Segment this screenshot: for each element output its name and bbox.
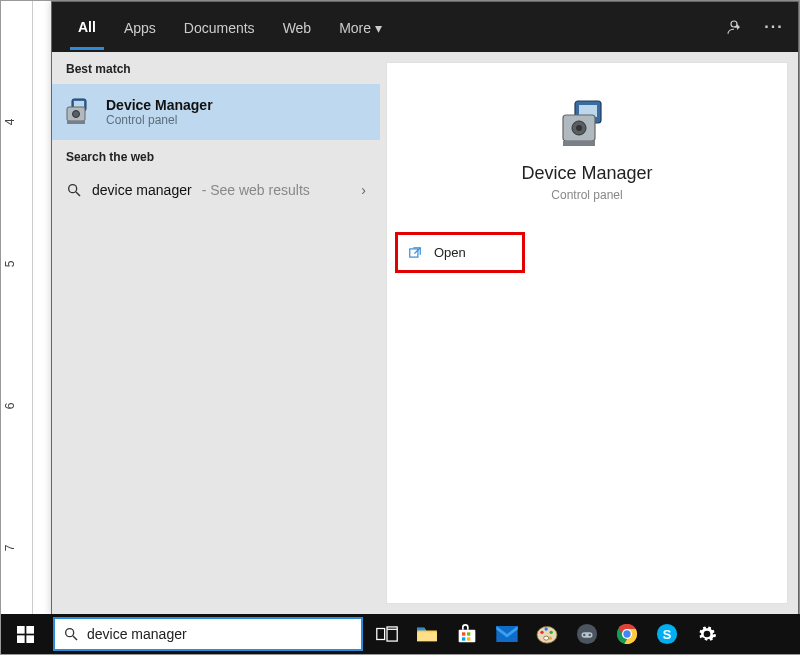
ruler-mark: 7 (3, 545, 17, 552)
svg-rect-15 (17, 626, 25, 634)
device-manager-icon-large (557, 99, 617, 149)
svg-rect-28 (462, 637, 465, 640)
more-options-icon[interactable]: ··· (760, 13, 788, 41)
search-icon (66, 182, 82, 198)
svg-line-20 (73, 636, 77, 640)
svg-rect-29 (467, 637, 470, 640)
svg-rect-16 (26, 626, 34, 634)
task-view-icon[interactable] (367, 614, 407, 654)
svg-point-19 (66, 629, 74, 637)
svg-rect-24 (417, 632, 437, 641)
svg-rect-21 (377, 629, 385, 640)
paint-icon[interactable] (527, 614, 567, 654)
start-button[interactable] (1, 614, 49, 654)
svg-rect-14 (410, 248, 418, 256)
web-query: device manager (92, 182, 192, 198)
svg-point-6 (69, 185, 77, 193)
svg-rect-27 (467, 632, 470, 635)
mail-icon[interactable] (487, 614, 527, 654)
action-open[interactable]: Open (395, 232, 525, 273)
device-manager-icon (66, 97, 96, 127)
file-explorer-icon[interactable] (407, 614, 447, 654)
chevron-right-icon: › (361, 182, 366, 198)
svg-rect-5 (67, 121, 85, 124)
taskbar-search[interactable] (53, 617, 363, 651)
ruler-mark: 6 (3, 403, 17, 410)
best-match-subtitle: Control panel (106, 113, 213, 127)
svg-point-34 (550, 631, 553, 634)
tab-all[interactable]: All (70, 5, 104, 50)
search-icon (63, 626, 79, 642)
svg-point-39 (583, 634, 585, 636)
svg-text:S: S (663, 627, 672, 642)
web-search-item[interactable]: device manager - See web results › (52, 172, 380, 208)
tab-apps[interactable]: Apps (116, 6, 164, 48)
chevron-down-icon: ▾ (375, 20, 382, 36)
svg-rect-17 (17, 635, 25, 643)
svg-point-12 (576, 125, 582, 131)
svg-point-33 (545, 627, 548, 630)
svg-rect-18 (26, 635, 34, 643)
best-match-item[interactable]: Device Manager Control panel (52, 84, 380, 140)
app-icon-generic[interactable] (567, 614, 607, 654)
svg-rect-13 (563, 141, 595, 146)
svg-point-32 (540, 631, 543, 634)
web-suffix: - See web results (202, 182, 310, 198)
detail-subtitle: Control panel (387, 188, 787, 202)
svg-rect-26 (462, 632, 465, 635)
vertical-ruler: 4 5 6 7 (1, 1, 33, 619)
svg-point-35 (549, 637, 552, 640)
chrome-icon[interactable] (607, 614, 647, 654)
section-search-web: Search the web (52, 140, 380, 172)
ruler-mark: 4 (3, 119, 17, 126)
svg-point-36 (544, 636, 549, 640)
search-input[interactable] (87, 619, 353, 649)
results-list: Best match Device Manager Control panel … (52, 52, 380, 614)
skype-icon[interactable]: S (647, 614, 687, 654)
ruler-mark: 5 (3, 261, 17, 268)
open-icon (408, 246, 422, 260)
taskbar: S (1, 614, 800, 654)
svg-point-0 (731, 21, 737, 27)
best-match-title: Device Manager (106, 97, 213, 113)
detail-pane: Device Manager Control panel Open (386, 62, 788, 604)
detail-title: Device Manager (387, 163, 787, 184)
tab-more[interactable]: More ▾ (331, 6, 390, 48)
svg-line-7 (76, 192, 80, 196)
settings-icon[interactable] (687, 614, 727, 654)
action-open-label: Open (434, 245, 466, 260)
svg-point-4 (73, 111, 80, 118)
microsoft-store-icon[interactable] (447, 614, 487, 654)
feedback-icon[interactable] (720, 13, 748, 41)
search-tabs: All Apps Documents Web More ▾ ··· (52, 2, 798, 52)
tab-web[interactable]: Web (275, 6, 320, 48)
search-results-panel: All Apps Documents Web More ▾ ··· Best m… (51, 1, 799, 615)
tab-documents[interactable]: Documents (176, 6, 263, 48)
section-best-match: Best match (52, 52, 380, 84)
svg-point-43 (623, 630, 630, 637)
svg-point-40 (589, 634, 591, 636)
